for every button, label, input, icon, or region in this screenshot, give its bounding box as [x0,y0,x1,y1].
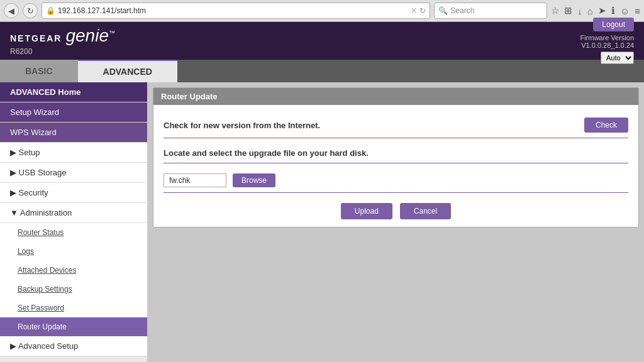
tab-advanced[interactable]: ADVANCED [78,60,177,82]
browse-button[interactable]: Browse [233,173,275,187]
check-button[interactable]: Check [584,118,628,133]
logout-button[interactable]: Logout [593,18,634,31]
cancel-button[interactable]: Cancel [400,203,451,219]
sidebar-item-advanced-setup[interactable]: ▶ Advanced Setup [0,336,147,356]
search-icon: 🔍 [438,6,448,15]
bookmark-star-icon[interactable]: ☆ [551,5,559,16]
genie-logo: genie™ [65,26,115,46]
profile-icon[interactable]: ☺ [620,6,630,16]
sidebar-item-administration[interactable]: ▼ Administration [0,203,147,223]
internet-check-text: Check for new version from the Internet. [164,121,320,130]
back-button[interactable]: ◀ [4,3,19,18]
bookmarks-icon[interactable]: ⊞ [564,5,572,16]
action-row: Upload Cancel [164,198,628,219]
menu-icon[interactable]: ≡ [635,6,640,16]
reload-button[interactable]: ↻ [23,3,38,18]
sidebar-item-usb-storage[interactable]: ▶ USB Storage [0,163,147,183]
sidebar-item-setup[interactable]: ▶ Setup [0,143,147,163]
sidebar-item-router-update[interactable]: Router Update [0,317,147,336]
router-update-panel: Router Update Check for new version from… [153,87,639,228]
firmware-label: Firmware Version [580,34,634,41]
model-name: R6200 [10,47,580,56]
panel-title: Router Update [153,88,638,105]
tab-basic[interactable]: BASIC [0,60,78,82]
share-icon[interactable]: ➤ [598,5,606,16]
file-select-row: Locate and select the upgrade file on yo… [164,143,628,163]
sidebar-item-backup-settings[interactable]: Backup Settings [0,280,147,299]
sidebar-item-wps-wizard[interactable]: WPS Wizard [0,123,147,143]
sidebar-item-advanced-home[interactable]: ADVANCED Home [0,82,147,102]
url-display: 192.168.127.141/start.htm [58,6,408,15]
refresh-icon: ↻ [419,6,426,15]
sidebar-item-router-status[interactable]: Router Status [0,223,147,242]
file-input[interactable]: fw.chk [164,173,226,187]
lock-icon: 🔒 [46,6,55,15]
content-area: Router Update Check for new version from… [148,82,644,362]
firmware-version: V1.0.0.28_1.0.24 [581,41,634,49]
upload-button[interactable]: Upload [341,203,392,219]
info-icon[interactable]: ℹ [611,5,615,16]
sidebar-item-setup-wizard[interactable]: Setup Wizard [0,102,147,123]
language-select[interactable]: Auto [601,52,634,64]
sidebar-item-set-password[interactable]: Set Password [0,299,147,317]
locate-text: Locate and select the upgrade file on yo… [164,148,369,158]
download-icon[interactable]: ↓ [577,6,582,16]
sidebar-item-security[interactable]: ▶ Security [0,183,147,203]
sidebar-item-logs[interactable]: Logs [0,242,147,261]
sidebar: ADVANCED Home Setup Wizard WPS Wizard ▶ … [0,82,148,362]
brand-name: NETGEAR [10,33,62,43]
url-clear-icon: ✕ [411,6,417,15]
sidebar-item-attached-devices[interactable]: Attached Devices [0,261,147,280]
internet-check-row: Check for new version from the Internet.… [164,112,628,138]
search-placeholder[interactable]: Search [450,6,474,15]
home-icon[interactable]: ⌂ [587,6,593,16]
